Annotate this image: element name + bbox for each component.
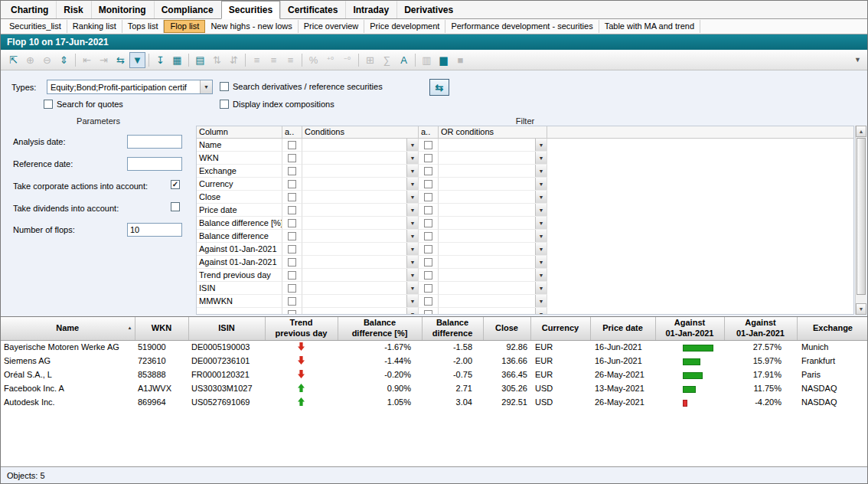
results-column-header-close[interactable]: Close	[483, 317, 530, 340]
filter-or-condition-select[interactable]: ▼	[439, 204, 547, 217]
chevron-down-icon[interactable]: ▼	[406, 269, 418, 281]
results-column-header-balance-difference[interactable]: Balancedifference	[422, 317, 483, 340]
filter-or-checkbox[interactable]	[424, 284, 432, 293]
menu-tab-compliance[interactable]: Compliance	[154, 1, 221, 18]
filter-or-checkbox-cell[interactable]	[419, 269, 439, 282]
chevron-down-icon[interactable]: ▼	[406, 165, 418, 177]
chevron-down-icon[interactable]: ▼	[535, 308, 547, 315]
menu-tab-securities[interactable]: Securities	[221, 1, 280, 19]
filter-scrollbar[interactable]: ▲ ▼	[855, 126, 866, 315]
chevron-down-icon[interactable]: ▼	[406, 282, 418, 294]
chevron-down-icon[interactable]: ▼	[406, 230, 418, 242]
filter-or-checkbox[interactable]	[424, 206, 432, 214]
toolbar-overflow-icon[interactable]: ▼	[854, 56, 863, 64]
search-quotes-checkbox[interactable]	[44, 100, 53, 109]
results-row[interactable]: Bayerische Motoren Werke AG519000DE00051…	[1, 340, 867, 354]
display-index-checkbox[interactable]	[220, 100, 229, 109]
number-of-flops-input[interactable]	[127, 223, 182, 237]
results-row[interactable]: Autodesk Inc.869964US05276910691.05%3.04…	[1, 395, 867, 409]
view-tab-flop-list[interactable]: Flop list	[164, 20, 205, 33]
filter-or-checkbox-cell[interactable]	[419, 295, 439, 308]
chevron-down-icon[interactable]: ▼	[200, 80, 212, 93]
view-tab-performance-development-securities[interactable]: Performance development - securities	[445, 20, 599, 33]
filter-and-checkbox-cell[interactable]	[282, 269, 302, 282]
filter-and-checkbox[interactable]	[288, 219, 296, 227]
fit-view-icon[interactable]: ⇕	[56, 52, 72, 68]
filter-and-checkbox[interactable]	[288, 193, 296, 201]
filter-condition-select[interactable]: ▼	[302, 178, 419, 191]
filter-or-checkbox-cell[interactable]	[419, 191, 439, 204]
chevron-down-icon[interactable]: ▼	[406, 308, 418, 315]
chevron-down-icon[interactable]: ▼	[406, 152, 418, 164]
filter-or-checkbox[interactable]	[424, 141, 432, 149]
filter-or-checkbox-cell[interactable]	[419, 165, 439, 178]
filter-condition-select[interactable]: ▼	[302, 243, 419, 256]
filter-and-checkbox[interactable]	[288, 180, 296, 188]
filter-or-checkbox[interactable]	[424, 219, 432, 227]
search-derivatives-option[interactable]: Search derivatives / reference securitie…	[220, 82, 383, 91]
results-row[interactable]: Facebook Inc. AA1JWVXUS30303M10270.90%2.…	[1, 381, 867, 395]
filter-and-checkbox-cell[interactable]	[282, 217, 302, 230]
results-column-header-against-01-jan-2021[interactable]: Against01-Jan-2021	[724, 317, 797, 340]
view-tab-table-with-ma-and-trend[interactable]: Table with MA and trend	[599, 20, 700, 33]
filter-or-condition-select[interactable]: ▼	[439, 139, 547, 152]
filter-or-checkbox[interactable]	[424, 167, 432, 175]
menu-tab-certificates[interactable]: Certificates	[280, 1, 345, 18]
filter-or-condition-select[interactable]: ▼	[439, 217, 547, 230]
chevron-down-icon[interactable]: ▼	[535, 295, 547, 307]
filter-or-condition-select[interactable]: ▼	[439, 152, 547, 165]
menu-tab-risk[interactable]: Risk	[56, 1, 90, 18]
filter-or-checkbox-cell[interactable]	[419, 308, 439, 315]
filter-and-checkbox-cell[interactable]	[282, 308, 302, 315]
filter-and-checkbox[interactable]	[288, 154, 296, 162]
filter-condition-select[interactable]: ▼	[302, 165, 419, 178]
filter-and-checkbox[interactable]	[288, 271, 296, 280]
filter-and-checkbox-cell[interactable]	[282, 204, 302, 217]
chevron-down-icon[interactable]: ▼	[535, 282, 547, 294]
font-icon[interactable]: A	[396, 52, 412, 68]
filter-or-checkbox[interactable]	[424, 154, 432, 162]
filter-or-condition-select[interactable]: ▼	[439, 295, 547, 308]
filter-or-condition-select[interactable]: ▼	[439, 256, 547, 269]
filter-or-condition-select[interactable]: ▼	[439, 282, 547, 295]
filter-or-checkbox-cell[interactable]	[419, 217, 439, 230]
filter-and-checkbox[interactable]	[288, 206, 296, 214]
chevron-down-icon[interactable]: ▼	[406, 139, 418, 151]
filter-or-checkbox[interactable]	[424, 193, 432, 201]
chevron-down-icon[interactable]: ▼	[535, 139, 547, 151]
filter-condition-select[interactable]: ▼	[302, 308, 419, 315]
chevron-down-icon[interactable]: ▼	[406, 191, 418, 203]
dividends-checkbox[interactable]	[171, 202, 180, 211]
filter-and-checkbox-cell[interactable]	[282, 243, 302, 256]
filter-or-checkbox[interactable]	[424, 180, 432, 188]
display-index-option[interactable]: Display index compositions	[220, 100, 334, 109]
chevron-down-icon[interactable]: ▼	[406, 256, 418, 268]
filter-condition-select[interactable]: ▼	[302, 295, 419, 308]
filter-or-checkbox-cell[interactable]	[419, 204, 439, 217]
filter-or-condition-select[interactable]: ▼	[439, 165, 547, 178]
filter-or-condition-select[interactable]: ▼	[439, 191, 547, 204]
filter-or-checkbox-cell[interactable]	[419, 178, 439, 191]
chevron-down-icon[interactable]: ▼	[406, 217, 418, 229]
filter-or-checkbox-cell[interactable]	[419, 230, 439, 243]
filter-and-checkbox[interactable]	[288, 258, 296, 267]
results-row[interactable]: Oréal S.A., L853888FR0000120321-0.20%-0.…	[1, 368, 867, 381]
chevron-down-icon[interactable]: ▼	[535, 178, 547, 190]
filter-or-condition-select[interactable]: ▼	[439, 269, 547, 282]
statistics-icon[interactable]: ▦	[169, 52, 185, 68]
filter-and-checkbox-cell[interactable]	[282, 152, 302, 165]
menu-tab-charting[interactable]: Charting	[3, 1, 56, 18]
filter-or-checkbox[interactable]	[424, 258, 432, 267]
filter-or-checkbox[interactable]	[424, 232, 432, 240]
filter-and-checkbox-cell[interactable]	[282, 191, 302, 204]
filter-or-checkbox-cell[interactable]	[419, 139, 439, 152]
filter-or-checkbox-cell[interactable]	[419, 256, 439, 269]
reference-date-input[interactable]	[127, 157, 182, 171]
chevron-down-icon[interactable]: ▼	[406, 204, 418, 216]
chevron-down-icon[interactable]: ▼	[406, 295, 418, 307]
chevron-down-icon[interactable]: ▼	[535, 256, 547, 268]
chevron-down-icon[interactable]: ▼	[535, 204, 547, 216]
results-column-header-price-date[interactable]: Price date	[590, 317, 655, 340]
chevron-down-icon[interactable]: ▼	[535, 269, 547, 281]
corporate-actions-checkbox[interactable]	[171, 180, 180, 189]
